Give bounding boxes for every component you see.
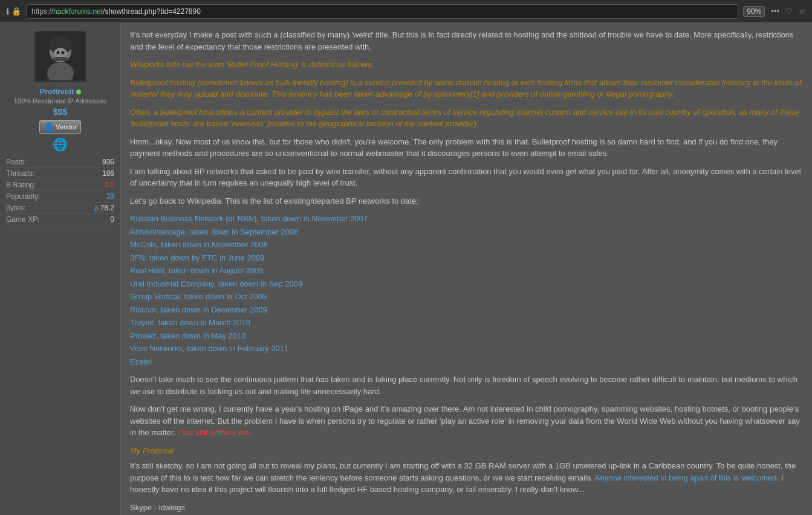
bp-link-3[interactable]: McColo, taken down in November 2008 <box>130 240 268 249</box>
bp-link-2[interactable]: Atrivo/Intercage, taken down in Septembe… <box>130 227 298 236</box>
bp-link-5[interactable]: Real Host, taken down in August 2009 <box>130 266 263 275</box>
bytes-label: βytes: <box>6 204 25 212</box>
stat-gamexp: Game XP: 0 <box>6 214 114 225</box>
vendor-icon: 👤 <box>44 122 54 132</box>
info-icon: ℹ <box>6 7 9 16</box>
popularity-value: 39 <box>106 192 114 201</box>
online-indicator <box>76 89 81 94</box>
url-path: /showthread.php?tid=4227890 <box>103 7 201 16</box>
main-content: It's not everyday I make a post with suc… <box>121 23 812 515</box>
list-item: Real Host, taken down in August 2009 <box>130 265 803 277</box>
intro-paragraph: It's not everyday I make a post with suc… <box>130 29 803 53</box>
bp-networks-list: Russian Business Network (or RBN), taken… <box>130 213 803 368</box>
gamexp-value: 0 <box>110 215 114 224</box>
skype-line: Skype - ldwings <box>130 502 803 514</box>
url-domain: hackforums.net <box>53 7 103 16</box>
svg-point-6 <box>61 51 64 54</box>
avatar <box>34 31 86 82</box>
stat-brating: B Rating: 0 0 <box>6 180 114 191</box>
zoom-level[interactable]: 90% <box>743 6 765 17</box>
username[interactable]: Profitvolt <box>39 87 80 96</box>
user-sidebar: Profitvolt 100% Residential IP Addresses… <box>0 23 121 515</box>
browser-menu-icon[interactable]: ••• <box>771 7 779 16</box>
bp-link-11[interactable]: Voze Networks, taken down in February 20… <box>130 344 288 353</box>
blue-welcome-link[interactable]: Anyone interested in being apart of this… <box>595 473 777 482</box>
para1: Hmm...okay. Now most of us know this, bu… <box>130 136 803 160</box>
vendor-label: Vendor <box>56 123 77 131</box>
para5: It's still sketchy, so I am not going al… <box>130 460 803 496</box>
list-item: 3FN, taken down by FTC in June 2009 <box>130 252 803 264</box>
bp-link-9[interactable]: Troyak, taken down in March 2010 <box>130 318 250 327</box>
gamexp-label: Game XP: <box>6 215 39 224</box>
list-item: Russian Business Network (or RBN), taken… <box>130 213 803 225</box>
stat-popularity: Popularity: 39 <box>6 191 114 202</box>
post-body: It's not everyday I make a post with suc… <box>130 29 803 513</box>
wiki-p1: Bulletproof hosting (sometimes known as … <box>130 77 803 100</box>
wiki-header: Wikipedia tells me the term 'Bullet Proo… <box>130 59 803 71</box>
star-icon[interactable]: ☆ <box>799 7 806 16</box>
list-item: Group Vertical, taken down in Oct 2009 <box>130 291 803 303</box>
list-item: Ecatel <box>130 356 803 368</box>
svg-point-5 <box>56 51 59 54</box>
bp-link-1[interactable]: Russian Business Network (or RBN), taken… <box>130 214 368 223</box>
threads-label: Threads: <box>6 169 34 178</box>
browser-security-icons: ℹ 🔒 <box>6 7 21 16</box>
browser-bar: ℹ 🔒 https://hackforums.net/showthread.ph… <box>0 0 812 23</box>
bytes-value: β 78.2 <box>94 204 114 212</box>
user-money: $$$ <box>53 107 67 117</box>
list-item: Ural Industrial Company, taken down in S… <box>130 278 803 290</box>
threads-value: 186 <box>102 169 114 178</box>
browser-controls: 90% ••• ♡ ☆ <box>743 6 806 17</box>
bp-link-4[interactable]: 3FN, taken down by FTC in June 2009 <box>130 253 265 262</box>
stat-posts: Posts: 936 <box>6 157 114 168</box>
beta-icon: β <box>94 204 98 212</box>
para4: Now don't get me wrong, I currently have… <box>130 403 803 439</box>
avatar-container <box>33 29 88 83</box>
browser-url-bar[interactable]: https://hackforums.net/showthread.php?ti… <box>26 4 738 19</box>
brating-label: B Rating: <box>6 181 36 189</box>
url-protocol: https:// <box>31 7 53 16</box>
bp-link-8[interactable]: Riccom, taken down in December 2009 <box>130 305 267 314</box>
vendor-badge: 👤 Vendor <box>39 120 81 134</box>
para3: Doesn't take much to see the continuous … <box>130 374 803 397</box>
red-link[interactable]: That shit bothers me <box>178 428 250 437</box>
brating-neg: 0 <box>110 181 114 189</box>
list-item: Proxiez, taken down in May 2010 <box>130 330 803 342</box>
posts-value: 936 <box>102 158 114 166</box>
lock-icon: 🔒 <box>11 7 21 16</box>
list-intro: Let's go back to Wikipedia. This is the … <box>130 195 803 207</box>
para4-after: . <box>249 428 252 437</box>
stat-bytes: βytes: β 78.2 <box>6 202 114 214</box>
brating-pos: 0 <box>105 181 109 189</box>
list-item: Voze Networks, taken down in February 20… <box>130 343 803 355</box>
list-item: Troyak, taken down in March 2010 <box>130 317 803 329</box>
list-item: Riccom, taken down in December 2009 <box>130 304 803 316</box>
bp-link-12[interactable]: Ecatel <box>130 357 152 366</box>
page-content: Profitvolt 100% Residential IP Addresses… <box>0 23 812 515</box>
list-item: Atrivo/Intercage, taken down in Septembe… <box>130 226 803 238</box>
popularity-label: Popularity: <box>6 192 41 201</box>
bp-link-10[interactable]: Proxiez, taken down in May 2010 <box>130 331 246 340</box>
user-title: 100% Residential IP Addresses <box>14 97 106 105</box>
posts-label: Posts: <box>6 158 26 166</box>
user-stats: Posts: 936 Threads: 186 B Rating: 0 0 Po… <box>3 157 117 225</box>
stat-threads: Threads: 186 <box>6 168 114 180</box>
para2: I am talking about BP networks that aske… <box>130 166 803 189</box>
bookmark-heart-icon[interactable]: ♡ <box>785 7 793 16</box>
bp-link-7[interactable]: Group Vertical, taken down in Oct 2009 <box>130 292 267 301</box>
svg-rect-7 <box>53 57 68 61</box>
bp-link-6[interactable]: Ural Industrial Company, taken down in S… <box>130 279 302 288</box>
list-item: McColo, taken down in November 2008 <box>130 239 803 251</box>
globe-icon: 🌐 <box>53 137 68 152</box>
brating-value: 0 0 <box>105 181 114 189</box>
wiki-p2: Often, a bulletproof host allows a conte… <box>130 106 803 130</box>
proposal-heading: My Proposal <box>130 445 803 457</box>
user-badge-row: 👤 Vendor <box>39 120 81 134</box>
